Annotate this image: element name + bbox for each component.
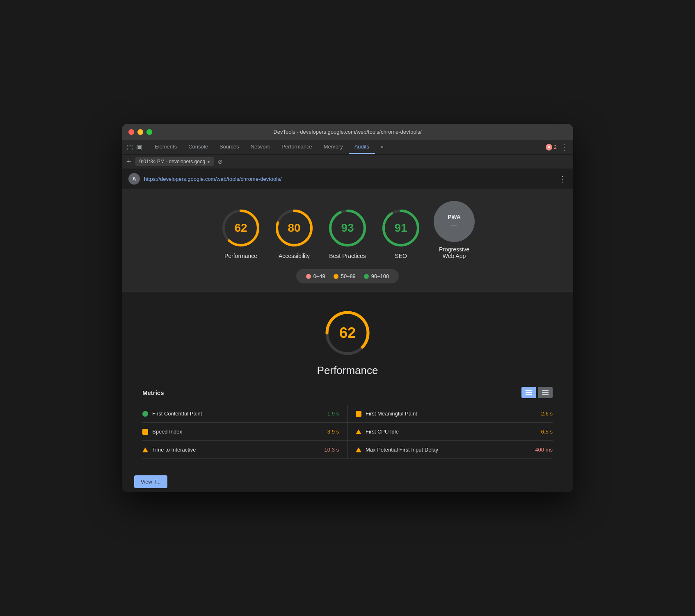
tab-audits[interactable]: Audits xyxy=(349,140,375,154)
svg-rect-11 xyxy=(526,392,532,393)
metric-value-si: 3.9 s xyxy=(327,429,339,435)
tab-more[interactable]: » xyxy=(375,140,389,154)
score-label-accessibility: Accessibility xyxy=(279,253,310,259)
metric-row-fcp: First Contentful Paint 1.9 s xyxy=(142,405,348,423)
metrics-header: Metrics xyxy=(142,387,553,398)
tab-elements[interactable]: Elements xyxy=(149,140,183,154)
metric-icon-fcp xyxy=(142,411,148,417)
score-circles: 62 Performance 80 Accessibility xyxy=(220,201,475,259)
tab-performance[interactable]: Performance xyxy=(276,140,318,154)
view-collapsed-button[interactable] xyxy=(538,387,553,398)
dropdown-arrow-icon: ▾ xyxy=(208,160,210,164)
minimize-button[interactable] xyxy=(137,129,143,135)
metric-name-mpfid: Max Potential First Input Delay xyxy=(366,447,531,453)
performance-section-title: Performance xyxy=(317,364,378,377)
device-icon[interactable]: ▣ xyxy=(136,143,142,151)
site-icon: A xyxy=(128,173,140,185)
new-tab-button[interactable]: + xyxy=(127,157,131,166)
title-bar: DevTools - developers.google.com/web/too… xyxy=(122,124,573,140)
metrics-label: Metrics xyxy=(142,389,164,396)
score-label-seo: SEO xyxy=(395,253,407,259)
more-options-icon[interactable]: ⋮ xyxy=(560,142,568,152)
metric-row-tti: Time to Interactive 10.3 s xyxy=(142,441,348,459)
metric-value-tti: 10.3 s xyxy=(325,447,339,453)
score-item-pwa[interactable]: PWA — Progressive Web App xyxy=(434,201,475,259)
maximize-button[interactable] xyxy=(146,129,152,135)
tab-memory[interactable]: Memory xyxy=(318,140,349,154)
address-bar-row: + 9:01:34 PM - developers.goog ▾ ⊘ xyxy=(122,155,573,169)
pwa-dash: — xyxy=(451,222,457,229)
close-button[interactable] xyxy=(128,129,134,135)
score-item-best-practices[interactable]: 93 Best Practices xyxy=(327,208,368,259)
score-item-accessibility[interactable]: 80 Accessibility xyxy=(274,208,315,259)
legend-dot-orange xyxy=(334,274,338,279)
svg-rect-13 xyxy=(542,390,549,391)
metric-value-fci: 6.5 s xyxy=(541,429,553,435)
legend-range-green: 90–100 xyxy=(371,273,389,279)
legend-item-orange: 50–89 xyxy=(334,273,356,279)
score-value-best-practices: 93 xyxy=(341,221,354,235)
tab-console[interactable]: Console xyxy=(183,140,214,154)
score-circle-best-practices: 93 xyxy=(327,208,368,249)
bottom-partial: View T... xyxy=(122,471,573,492)
tab-network[interactable]: Network xyxy=(245,140,276,154)
error-badge[interactable]: ✕ 2 xyxy=(546,144,557,151)
url-left: A https://developers.google.com/web/tool… xyxy=(128,173,281,185)
metric-name-fmp: First Meaningful Paint xyxy=(366,411,537,417)
metric-row-si: Speed Index 3.9 s xyxy=(142,423,348,441)
metric-icon-mpfid xyxy=(356,447,361,452)
metrics-section: Metrics xyxy=(130,387,565,459)
svg-rect-10 xyxy=(526,390,532,391)
url-bar: A https://developers.google.com/web/tool… xyxy=(122,169,573,189)
view-expanded-button[interactable] xyxy=(521,387,536,398)
metric-icon-tti xyxy=(142,447,148,452)
metrics-grid: First Contentful Paint 1.9 s First Meani… xyxy=(142,405,553,459)
view-toggle xyxy=(521,387,553,398)
cursor-icon[interactable]: ⬚ xyxy=(127,143,133,151)
address-pill[interactable]: 9:01:34 PM - developers.goog ▾ xyxy=(135,157,214,166)
legend-item-red: 0–49 xyxy=(306,273,325,279)
metric-name-fci: First CPU Idle xyxy=(366,429,537,435)
metric-name-si: Speed Index xyxy=(152,429,323,435)
score-item-performance[interactable]: 62 Performance xyxy=(220,208,261,259)
score-circle-seo: 91 xyxy=(380,208,421,249)
score-item-seo[interactable]: 91 SEO xyxy=(380,208,421,259)
metric-name-fcp: First Contentful Paint xyxy=(152,411,323,417)
url-text: https://developers.google.com/web/tools/… xyxy=(144,176,281,182)
metric-value-fcp: 1.9 s xyxy=(327,411,339,417)
score-value-seo: 91 xyxy=(394,221,407,235)
toolbar-icons: ⬚ ▣ xyxy=(127,140,142,154)
legend-range-orange: 50–89 xyxy=(341,273,356,279)
legend-dot-red xyxy=(306,274,311,279)
view-treemap-button[interactable]: View T... xyxy=(134,475,167,488)
svg-rect-12 xyxy=(526,394,532,395)
metric-row-mpfid: Max Potential First Input Delay 400 ms xyxy=(348,441,553,459)
browser-window: DevTools - developers.google.com/web/too… xyxy=(122,124,573,492)
metric-icon-fci xyxy=(356,429,361,434)
metric-name-tti: Time to Interactive xyxy=(152,447,320,453)
metric-icon-si xyxy=(142,429,148,435)
metric-row-fmp: First Meaningful Paint 2.6 s xyxy=(348,405,553,423)
dev-tabs: Elements Console Sources Network Perform… xyxy=(149,140,546,154)
metric-value-mpfid: 400 ms xyxy=(535,447,553,453)
window-title: DevTools - developers.google.com/web/too… xyxy=(273,129,421,135)
error-icon: ✕ xyxy=(546,144,552,151)
metric-value-fmp: 2.6 s xyxy=(541,411,553,417)
url-more-icon[interactable]: ⋮ xyxy=(558,174,567,184)
metric-row-fci: First CPU Idle 6.5 s xyxy=(348,423,553,441)
tab-time: 9:01:34 PM - developers.goog xyxy=(139,159,206,164)
scores-section: 62 Performance 80 Accessibility xyxy=(122,189,573,292)
score-circle-performance: 62 xyxy=(220,208,261,249)
toolbar-right: ✕ 2 ⋮ xyxy=(546,142,568,152)
tab-sources[interactable]: Sources xyxy=(214,140,245,154)
legend-range-red: 0–49 xyxy=(313,273,325,279)
pwa-label: PWA xyxy=(448,214,461,220)
metric-icon-fmp xyxy=(356,411,361,417)
score-value-performance: 62 xyxy=(234,221,247,235)
score-label-best-practices: Best Practices xyxy=(329,253,366,259)
score-label-performance: Performance xyxy=(224,253,257,259)
no-throttle-icon[interactable]: ⊘ xyxy=(218,158,223,165)
page-content: A https://developers.google.com/web/tool… xyxy=(122,169,573,492)
performance-big-score: 62 xyxy=(339,324,356,342)
traffic-lights xyxy=(128,129,152,135)
